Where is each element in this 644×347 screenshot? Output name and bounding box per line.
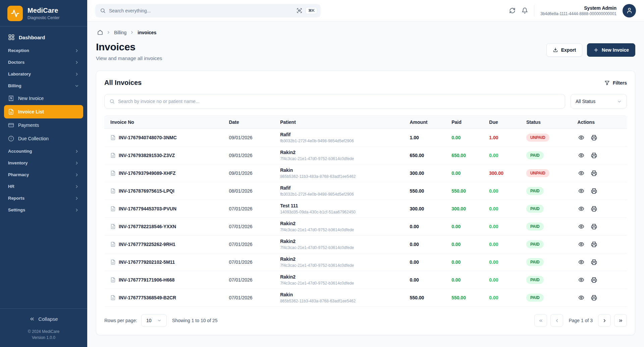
status-filter-dropdown[interactable]: All Status [571, 94, 627, 109]
collapse-sidebar-button[interactable]: Collapse [4, 314, 83, 324]
actions-cell [574, 256, 627, 268]
view-invoice-button[interactable] [578, 258, 585, 266]
notifications-bell-icon[interactable] [522, 7, 528, 14]
status-badge: PAID [526, 258, 544, 266]
first-page-button[interactable] [534, 314, 547, 327]
global-search-input[interactable] [109, 8, 293, 13]
invoice-amount: 650.00 [407, 150, 448, 161]
view-invoice-button[interactable] [578, 169, 585, 177]
sidebar-item-new-invoice[interactable]: New Invoice [4, 92, 83, 105]
patient-id: 7f4c3cac-21e1-47d0-9752-b3614c0dfede [280, 228, 403, 232]
file-icon [110, 242, 116, 247]
refresh-icon[interactable] [509, 7, 516, 14]
funnel-icon [604, 80, 610, 86]
sidebar-item-laboratory[interactable]: Laboratory [4, 68, 83, 80]
rows-per-page-value: 10 [146, 318, 152, 323]
invoice-number: INV-1767775368549-B2CR [119, 295, 176, 300]
invoice-paid: 0.00 [448, 168, 486, 179]
view-invoice-button[interactable] [578, 187, 585, 195]
panel-title: All Invoices [104, 79, 142, 87]
eye-icon [578, 206, 584, 212]
panel-header: All Invoices Filters [104, 79, 627, 87]
eye-icon [578, 277, 584, 283]
patient-id: 14093d35-09da-430c-b1cf-51aa67962450 [280, 210, 403, 214]
print-invoice-button[interactable] [590, 258, 598, 266]
rows-per-page-dropdown[interactable]: 10 [141, 314, 167, 327]
patient-cell: Rafif fb3032b1-272f-4e0b-9498-9854d5ef29… [277, 129, 406, 146]
print-invoice-button[interactable] [590, 294, 598, 301]
invoice-search-input[interactable] [118, 99, 560, 104]
sidebar-item-label: Reports [8, 196, 24, 201]
invoice-date: 09/01/2026 [225, 168, 277, 179]
breadcrumb-billing[interactable]: Billing [114, 30, 126, 35]
view-invoice-button[interactable] [578, 276, 585, 284]
table-row: INV-1767794453703-PVUN 07/01/2026 Test 1… [104, 200, 627, 218]
printer-icon [591, 188, 597, 194]
new-invoice-label: New Invoice [602, 47, 629, 53]
col-date: Date [225, 116, 277, 129]
new-invoice-button[interactable]: New Invoice [587, 43, 635, 57]
invoice-amount: 0.00 [407, 275, 448, 285]
global-search[interactable]: ⌘K [95, 4, 321, 17]
sidebar-item-settings[interactable]: Settings [4, 204, 83, 216]
actions-cell [574, 185, 627, 197]
status-cell: PAID [523, 273, 574, 287]
invoice-search[interactable] [104, 94, 565, 109]
patient-name: Rakin [280, 292, 403, 297]
print-invoice-button[interactable] [590, 276, 598, 284]
sidebar-item-payments[interactable]: Payments [4, 118, 83, 132]
home-icon[interactable] [97, 30, 103, 35]
sidebar-item-reception[interactable]: Reception [4, 45, 83, 56]
view-invoice-button[interactable] [578, 205, 585, 212]
user-name: System Admin [540, 5, 616, 11]
sidebar-item-inventory[interactable]: Inventory [4, 157, 83, 169]
sidebar-item-billing[interactable]: Billing [4, 80, 83, 92]
sidebar-item-due-collection[interactable]: Due Collection [4, 132, 83, 145]
patient-name: Rafif [280, 132, 403, 137]
last-page-button[interactable] [614, 314, 627, 327]
sidebar-item-reports[interactable]: Reports [4, 192, 83, 204]
sidebar-item-accounting[interactable]: Accounting [4, 145, 83, 157]
view-invoice-button[interactable] [578, 294, 585, 301]
filters-button[interactable]: Filters [604, 80, 627, 86]
search-icon [100, 8, 106, 13]
invoice-due: 0.00 [486, 275, 523, 285]
view-invoice-button[interactable] [578, 134, 585, 141]
barcode-scan-icon[interactable] [297, 8, 302, 13]
sidebar-item-dashboard[interactable]: Dashboard [4, 30, 83, 45]
print-invoice-button[interactable] [590, 152, 598, 159]
invoice-due: 0.00 [486, 203, 523, 214]
export-button[interactable]: Export [546, 43, 582, 57]
view-invoice-button[interactable] [578, 241, 585, 248]
sidebar-item-hr[interactable]: HR [4, 181, 83, 192]
invoice-due: 300.00 [486, 168, 523, 179]
topbar-divider [534, 5, 534, 16]
app-root: MediCare Diagnostic Center Dashboard Rec… [0, 0, 644, 347]
sidebar-item-doctors[interactable]: Doctors [4, 56, 83, 68]
sidebar-item-pharmacy[interactable]: Pharmacy [4, 169, 83, 181]
print-invoice-button[interactable] [590, 187, 598, 195]
view-invoice-button[interactable] [578, 152, 585, 159]
alert-circle-icon [8, 136, 14, 142]
prev-page-button[interactable] [550, 314, 563, 327]
invoice-paid: 550.00 [448, 292, 486, 303]
print-invoice-button[interactable] [590, 205, 598, 212]
print-invoice-button[interactable] [590, 241, 598, 248]
next-page-button[interactable] [598, 314, 611, 327]
invoice-number: INV-1767937949089-XHFZ [119, 170, 176, 176]
table-row: INV-1767779202102-5M11 07/01/2026 Rakin2… [104, 253, 627, 271]
view-invoice-button[interactable] [578, 223, 585, 230]
status-cell: PAID [523, 202, 574, 215]
patient-id: 7f4c3cac-21e1-47d0-9752-b3614c0dfede [280, 281, 403, 286]
table-row: INV-1767938291530-Z3VZ 09/01/2026 Rakin2… [104, 147, 627, 164]
patient-name: Rakin2 [280, 256, 403, 262]
sidebar-item-label: Accounting [8, 149, 32, 154]
avatar[interactable] [623, 4, 636, 17]
table-footer: Rows per page: 10 Showing 1 to 10 of 25 … [104, 314, 627, 327]
sidebar-item-label: Inventory [8, 160, 28, 165]
sidebar-item-invoice-list[interactable]: Invoice List [4, 105, 83, 118]
print-invoice-button[interactable] [590, 169, 598, 177]
print-invoice-button[interactable] [590, 223, 598, 230]
print-invoice-button[interactable] [590, 134, 598, 141]
eye-icon [578, 224, 584, 230]
